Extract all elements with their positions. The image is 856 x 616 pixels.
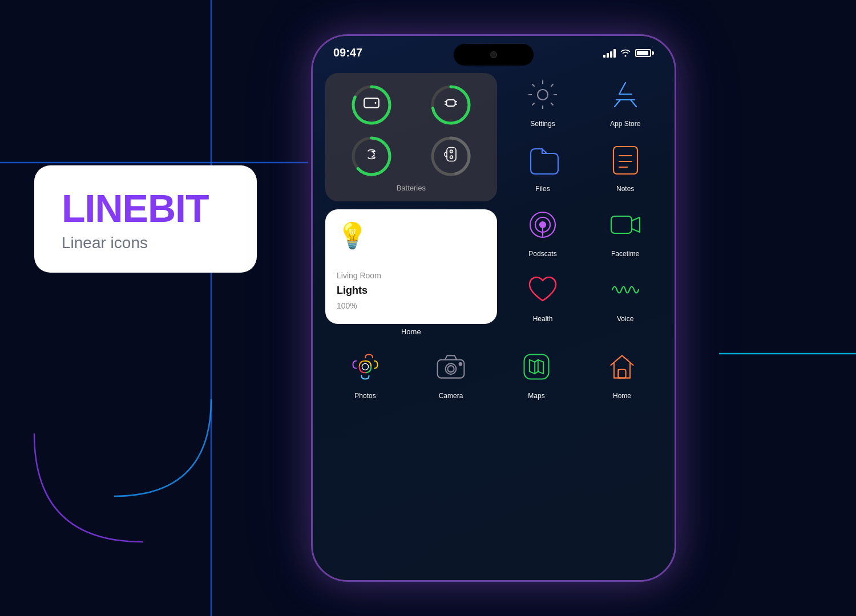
signal-icon xyxy=(603,48,616,58)
files-label: Files xyxy=(535,185,550,193)
case-icon xyxy=(442,147,459,166)
health-app[interactable]: Health xyxy=(506,268,580,323)
svg-point-20 xyxy=(450,150,453,153)
svg-point-28 xyxy=(540,222,546,228)
phone-frame: 09:47 xyxy=(311,34,676,582)
svg-point-21 xyxy=(538,90,548,100)
brand-card: LINEBIT Linear icons xyxy=(34,165,257,273)
camera-lens xyxy=(490,51,497,58)
files-app[interactable]: Files xyxy=(506,138,580,193)
airpods-battery-item xyxy=(334,133,408,179)
voice-icon xyxy=(604,268,647,311)
watch-battery-item xyxy=(414,82,487,128)
homeapp-label: Home xyxy=(613,392,631,400)
homeapp-icon xyxy=(600,345,644,388)
notes-icon xyxy=(604,138,647,181)
svg-rect-36 xyxy=(524,354,548,379)
podcasts-app[interactable]: Podscats xyxy=(506,203,580,258)
homeapp-app[interactable]: Home xyxy=(582,345,662,400)
svg-rect-5 xyxy=(364,98,379,107)
svg-point-31 xyxy=(362,363,368,370)
svg-point-34 xyxy=(447,366,454,372)
camera-label: Camera xyxy=(439,392,463,400)
room-label: Living Room xyxy=(337,271,486,280)
health-icon xyxy=(521,268,564,311)
notes-app[interactable]: Notes xyxy=(588,138,662,193)
svg-rect-9 xyxy=(446,100,455,106)
status-time: 09:47 xyxy=(333,46,362,59)
photos-app[interactable]: Photos xyxy=(325,345,405,400)
wifi-icon xyxy=(620,49,631,57)
notes-label: Notes xyxy=(616,185,634,193)
phone-icon xyxy=(364,95,379,115)
status-icons xyxy=(603,48,654,58)
watch-icon xyxy=(443,96,458,115)
photos-label: Photos xyxy=(354,392,375,400)
facetime-icon xyxy=(604,203,647,246)
dynamic-island xyxy=(454,44,534,66)
home-widget-label: Home xyxy=(325,327,497,336)
photos-icon xyxy=(344,345,387,388)
lightbulb-icon: 💡 xyxy=(337,223,486,248)
batteries-label: Batteries xyxy=(397,184,426,192)
brand-title: LINEBIT xyxy=(62,186,229,230)
camera-icon xyxy=(429,345,473,388)
svg-point-35 xyxy=(459,363,462,366)
maps-app[interactable]: Maps xyxy=(496,345,576,400)
airpods-icon xyxy=(363,147,380,167)
phone-battery-item xyxy=(334,82,408,128)
files-icon xyxy=(521,138,564,181)
battery-icon xyxy=(635,49,654,57)
settings-label: Settings xyxy=(530,120,555,128)
maps-label: Maps xyxy=(528,392,544,400)
case-battery-item xyxy=(414,133,487,179)
svg-rect-22 xyxy=(613,147,637,174)
camera-app[interactable]: Camera xyxy=(411,345,491,400)
svg-rect-30 xyxy=(611,216,632,233)
maps-icon xyxy=(515,345,558,388)
lights-name: Lights xyxy=(337,285,486,297)
batteries-widget: Batteries xyxy=(325,73,497,201)
appstore-icon xyxy=(604,73,647,116)
facetime-app[interactable]: Facetime xyxy=(588,203,662,258)
settings-icon xyxy=(521,73,564,116)
brand-subtitle: Linear icons xyxy=(62,234,229,252)
podcasts-icon xyxy=(521,203,564,246)
svg-point-19 xyxy=(450,156,453,159)
facetime-label: Facetime xyxy=(611,250,639,258)
lights-percent: 100% xyxy=(337,301,486,310)
appstore-label: App Store xyxy=(610,120,640,128)
voice-app[interactable]: Voice xyxy=(588,268,662,323)
appstore-app[interactable]: App Store xyxy=(588,73,662,128)
home-lights-widget[interactable]: 💡 Living Room Lights 100% xyxy=(325,209,497,324)
voice-label: Voice xyxy=(617,315,633,323)
health-label: Health xyxy=(533,315,553,323)
svg-rect-37 xyxy=(618,370,625,378)
settings-app[interactable]: Settings xyxy=(506,73,580,128)
svg-rect-18 xyxy=(447,148,456,161)
podcasts-label: Podscats xyxy=(528,250,556,258)
